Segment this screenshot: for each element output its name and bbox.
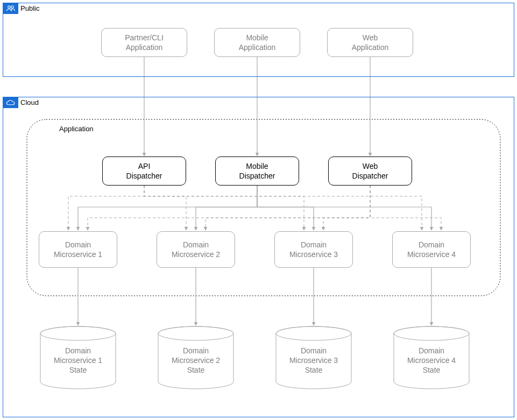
state-1-label: DomainMicroservice 1State	[39, 346, 117, 375]
microservice-3-label: DomainMicroservice 3	[289, 240, 338, 259]
microservice-3: DomainMicroservice 3	[274, 231, 353, 268]
dispatcher-web-label: WebDispatcher	[352, 161, 388, 181]
microservice-4-label: DomainMicroservice 4	[407, 240, 456, 259]
svg-point-0	[8, 6, 11, 9]
users-icon	[6, 5, 16, 12]
state-1: DomainMicroservice 1State	[39, 326, 117, 389]
cloud-zone-title: Cloud	[20, 98, 39, 106]
microservice-2: DomainMicroservice 2	[157, 231, 235, 268]
state-4: DomainMicroservice 4State	[392, 326, 471, 389]
microservice-1: DomainMicroservice 1	[39, 231, 117, 268]
state-2-label: DomainMicroservice 2State	[157, 346, 235, 375]
client-partner-label: Partner/CLIApplication	[125, 33, 164, 52]
state-4-label: DomainMicroservice 4State	[392, 346, 471, 375]
state-3: DomainMicroservice 3State	[274, 326, 353, 389]
state-3-label: DomainMicroservice 3State	[274, 346, 353, 375]
microservice-2-label: DomainMicroservice 2	[172, 240, 220, 259]
state-2: DomainMicroservice 2State	[157, 326, 235, 389]
diagram-canvas: Public Partner/CLIApplication MobileAppl…	[0, 0, 517, 420]
dispatcher-mobile: MobileDispatcher	[215, 156, 299, 186]
dispatcher-api-label: APIDispatcher	[126, 161, 162, 181]
public-zone-title: Public	[20, 4, 39, 12]
client-partner: Partner/CLIApplication	[101, 28, 187, 57]
application-region-title: Application	[59, 125, 94, 133]
cloud-icon	[3, 97, 18, 108]
public-icon	[3, 3, 18, 14]
client-mobile: MobileApplication	[214, 28, 300, 57]
client-mobile-label: MobileApplication	[239, 33, 276, 52]
microservice-1-label: DomainMicroservice 1	[54, 240, 102, 259]
dispatcher-api: APIDispatcher	[102, 156, 186, 186]
client-web-label: WebApplication	[352, 33, 389, 52]
dispatcher-mobile-label: MobileDispatcher	[239, 161, 275, 181]
client-web: WebApplication	[327, 28, 413, 57]
microservice-4: DomainMicroservice 4	[392, 231, 471, 268]
svg-point-1	[11, 6, 14, 9]
cloud-glyph	[6, 99, 16, 106]
dispatcher-web: WebDispatcher	[328, 156, 412, 186]
